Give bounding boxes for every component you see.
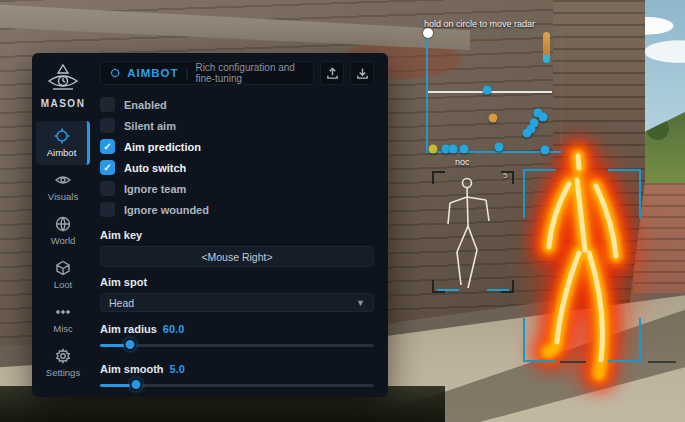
- crosshair-icon: [54, 128, 70, 144]
- aimbot-header-icon: [110, 66, 120, 80]
- sidebar-item-label: Settings: [46, 367, 80, 378]
- radar-dot: [541, 146, 550, 155]
- radar-dot: [483, 86, 492, 95]
- sidebar-item-label: Visuals: [48, 191, 78, 202]
- mason-eye-logo: [45, 63, 81, 95]
- enemy-armor-fill: [543, 55, 550, 63]
- chevron-down-icon: ▼: [356, 298, 365, 308]
- sidebar-item-label: Misc: [53, 323, 73, 334]
- enemy-name-label: noc: [455, 157, 470, 167]
- sidebar-item-loot[interactable]: Loot: [36, 253, 90, 297]
- sidebar-item-label: World: [51, 235, 76, 246]
- checkbox-label: Aim prediction: [124, 141, 201, 153]
- enemy-health-fill: [543, 32, 550, 55]
- enemy-distance-label: 5: [503, 171, 507, 180]
- stone-tower: [553, 0, 645, 312]
- panel-content: AIMBOT | Rich configuration and fine-tun…: [94, 53, 388, 397]
- sidebar-item-label: Aimbot: [47, 147, 77, 158]
- checkbox-ignore-team[interactable]: Ignore team: [100, 178, 374, 199]
- checkbox-box[interactable]: [100, 202, 115, 217]
- checkbox-box[interactable]: [100, 97, 115, 112]
- radar-move-handle[interactable]: [423, 28, 433, 38]
- slider-thumb[interactable]: [124, 338, 137, 351]
- sidebar-item-visuals[interactable]: Visuals: [36, 165, 90, 209]
- slider-track[interactable]: [100, 344, 374, 347]
- panel-title: AIMBOT: [127, 67, 178, 79]
- checkbox-label: Enabled: [124, 99, 167, 111]
- radar: [426, 33, 562, 153]
- radar-hint-text: hold on circle to move radar: [424, 19, 535, 29]
- radar-dot: [429, 145, 438, 154]
- panel-subtitle: Rich configuration and fine-tuning: [195, 62, 304, 84]
- radar-dot: [523, 129, 532, 138]
- checkbox-auto-switch[interactable]: Auto switch: [100, 157, 374, 178]
- checkbox-box[interactable]: [100, 118, 115, 133]
- slider-thumb[interactable]: [129, 378, 142, 391]
- panel-header: AIMBOT | Rich configuration and fine-tun…: [100, 61, 374, 85]
- checkbox-box[interactable]: [100, 139, 115, 154]
- aim-spot-label: Aim spot: [100, 276, 374, 291]
- aim-smooth-header: Aim smooth 5.0: [100, 362, 374, 376]
- download-icon: [356, 67, 369, 80]
- globe-icon: [55, 216, 71, 232]
- sidebar-item-label: Loot: [54, 279, 73, 290]
- header-separator: |: [186, 67, 189, 79]
- sidebar-item-settings[interactable]: Settings: [36, 341, 90, 385]
- checkbox-aim-prediction[interactable]: Aim prediction: [100, 136, 374, 157]
- aim-smooth-value: 5.0: [170, 363, 185, 375]
- gear-icon: [55, 348, 71, 364]
- game-screen: hold on circle to move radar noc 5 MASON: [0, 0, 685, 422]
- aim-key-label: Aim key: [100, 229, 374, 244]
- sidebar: MASON Aimbot Visuals World: [32, 53, 94, 397]
- checkbox-label: Auto switch: [124, 162, 186, 174]
- aim-radius-slider[interactable]: [100, 338, 374, 352]
- aim-spot-value: Head: [109, 297, 134, 309]
- sidebar-item-aimbot[interactable]: Aimbot: [36, 121, 90, 165]
- radar-dot: [495, 143, 504, 152]
- aim-smooth-slider[interactable]: [100, 378, 374, 392]
- cheat-menu-window: MASON Aimbot Visuals World: [32, 53, 388, 397]
- brand-name: MASON: [41, 98, 86, 109]
- eye-icon: [55, 172, 71, 188]
- aim-radius-value: 60.0: [163, 323, 184, 335]
- checkbox-list: Enabled Silent aim Aim prediction Auto s…: [100, 94, 374, 220]
- aim-radius-header: Aim radius 60.0: [100, 322, 374, 336]
- cube-icon: [55, 260, 71, 276]
- aim-radius-label: Aim radius: [100, 323, 157, 335]
- upload-icon: [326, 67, 339, 80]
- sidebar-item-misc[interactable]: Misc: [36, 297, 90, 341]
- radar-dot: [539, 113, 548, 122]
- aim-key-button[interactable]: <Mouse Right>: [100, 246, 374, 267]
- radar-dot: [449, 145, 458, 154]
- ellipsis-icon: [55, 304, 71, 320]
- aim-spot-select[interactable]: Head ▼: [100, 293, 374, 312]
- panel-header-strip: AIMBOT | Rich configuration and fine-tun…: [100, 61, 314, 85]
- checkbox-box[interactable]: [100, 160, 115, 175]
- radar-dot: [460, 145, 469, 154]
- sidebar-item-world[interactable]: World: [36, 209, 90, 253]
- checkbox-label: Ignore wounded: [124, 204, 209, 216]
- checkbox-box[interactable]: [100, 181, 115, 196]
- export-config-button[interactable]: [350, 61, 374, 85]
- checkbox-enabled[interactable]: Enabled: [100, 94, 374, 115]
- import-config-button[interactable]: [320, 61, 344, 85]
- brand: MASON: [41, 63, 86, 109]
- radar-dot: [489, 114, 498, 123]
- checkbox-ignore-wounded[interactable]: Ignore wounded: [100, 199, 374, 220]
- checkbox-label: Ignore team: [124, 183, 186, 195]
- checkbox-silent-aim[interactable]: Silent aim: [100, 115, 374, 136]
- aim-smooth-label: Aim smooth: [100, 363, 164, 375]
- enemy-health-bar: [543, 32, 550, 63]
- checkbox-label: Silent aim: [124, 120, 176, 132]
